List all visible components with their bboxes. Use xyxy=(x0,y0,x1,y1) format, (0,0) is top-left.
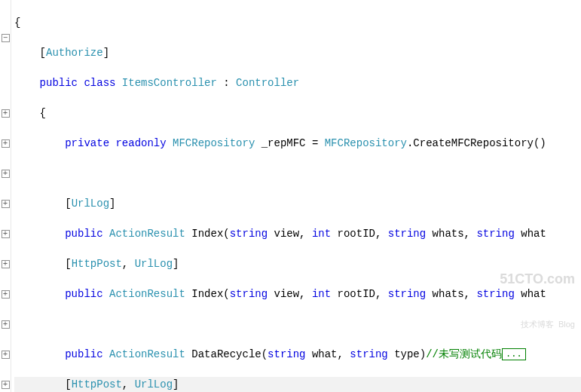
gutter-row xyxy=(0,211,11,226)
watermark-main: 51CTO.com xyxy=(500,271,575,286)
gutter-row xyxy=(0,90,11,106)
code-line: public ActionResult Index(string view, i… xyxy=(14,286,581,302)
expand-icon[interactable]: + xyxy=(2,200,10,208)
gutter-row[interactable]: + xyxy=(0,226,11,241)
expand-icon[interactable]: + xyxy=(2,170,10,178)
code-editor: − + + + + + + + + + + { [Authorize] publ… xyxy=(0,0,581,392)
code-line: public ActionResult Index(string view, i… xyxy=(14,226,581,241)
code-line: [Authorize] xyxy=(14,45,581,60)
expand-icon[interactable]: + xyxy=(2,381,10,389)
gutter-row xyxy=(0,0,11,15)
code-line: { xyxy=(14,106,581,121)
expand-icon[interactable]: + xyxy=(2,230,10,238)
gutter-row xyxy=(0,45,11,60)
code-line: private readonly MFCRepository _repMFC =… xyxy=(14,136,581,151)
code-line: { xyxy=(14,15,581,30)
folding-gutter: − + + + + + + + + + + xyxy=(0,0,11,392)
gutter-row[interactable]: + xyxy=(0,136,11,151)
expand-icon[interactable]: + xyxy=(2,351,10,359)
fold-ellipsis-icon[interactable]: ... xyxy=(502,348,526,360)
code-area[interactable]: { [Authorize] public class ItemsControll… xyxy=(11,0,581,392)
expand-icon[interactable]: + xyxy=(2,139,10,148)
code-line: public ActionResult DataRecycle(string w… xyxy=(14,347,581,362)
gutter-row xyxy=(0,302,11,317)
gutter-row[interactable]: + xyxy=(0,347,11,362)
expand-icon[interactable]: + xyxy=(2,260,10,268)
expand-icon[interactable]: + xyxy=(2,109,10,118)
gutter-row xyxy=(0,271,11,286)
gutter-row xyxy=(0,241,11,256)
gutter-row[interactable]: + xyxy=(0,377,11,392)
code-line xyxy=(14,166,581,181)
gutter-row[interactable]: + xyxy=(0,166,11,181)
gutter-row xyxy=(0,75,11,90)
code-line: [HttpPost, UrlLog] xyxy=(14,377,581,392)
gutter-row[interactable]: + xyxy=(0,286,11,302)
gutter-row[interactable]: + xyxy=(0,196,11,211)
gutter-row xyxy=(0,121,11,136)
gutter-row[interactable]: + xyxy=(0,256,11,271)
gutter-row[interactable]: + xyxy=(0,317,11,332)
code-line: public class ItemsController : Controlle… xyxy=(14,75,581,90)
code-line: [HttpPost, UrlLog] xyxy=(14,256,581,271)
gutter-row xyxy=(0,60,11,75)
collapse-icon[interactable]: − xyxy=(2,34,10,42)
expand-icon[interactable]: + xyxy=(2,320,10,329)
gutter-row[interactable]: + xyxy=(0,106,11,121)
gutter-row xyxy=(0,362,11,377)
gutter-row xyxy=(0,15,11,30)
gutter-row xyxy=(0,151,11,166)
gutter-row[interactable]: − xyxy=(0,30,11,45)
gutter-row xyxy=(0,332,11,347)
code-line: [UrlLog] xyxy=(14,196,581,211)
gutter-row xyxy=(0,181,11,196)
code-line xyxy=(14,317,581,332)
expand-icon[interactable]: + xyxy=(2,290,10,299)
